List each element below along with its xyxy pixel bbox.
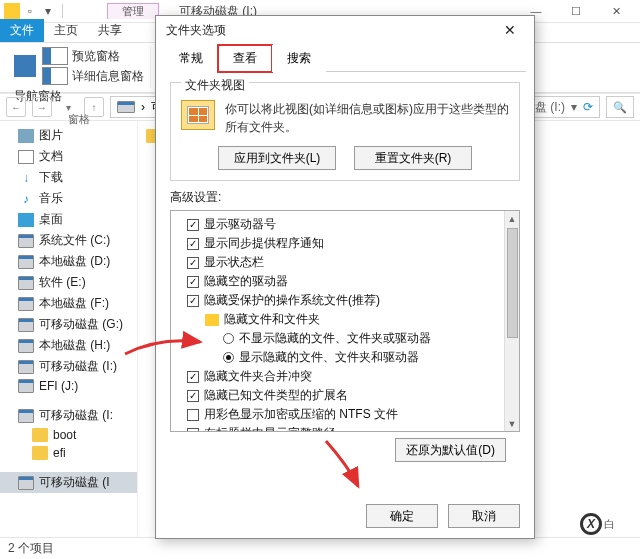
checkbox-icon[interactable] <box>187 409 199 421</box>
dialog-tab-0[interactable]: 常规 <box>164 45 218 72</box>
refresh-button[interactable]: ⟳ <box>583 100 593 114</box>
tree-item-label: 本地磁盘 (H:) <box>39 337 110 354</box>
adv-item[interactable]: ✓隐藏空的驱动器 <box>173 272 517 291</box>
maximize-button[interactable]: ☐ <box>556 0 596 23</box>
reset-folders-button[interactable]: 重置文件夹(R) <box>354 146 472 170</box>
tab-file[interactable]: 文件 <box>0 19 44 42</box>
ic-drive-icon <box>18 276 34 290</box>
tree-item[interactable]: 桌面 <box>0 209 137 230</box>
scroll-down-button[interactable]: ▼ <box>505 416 519 431</box>
tree-item[interactable]: EFI (J:) <box>0 377 137 395</box>
tree-item[interactable]: boot <box>0 426 137 444</box>
adv-item[interactable]: 显示隐藏的文件、文件夹和驱动器 <box>173 348 517 367</box>
ic-img-icon <box>18 129 34 143</box>
adv-item-label: 显示同步提供程序通知 <box>204 235 324 252</box>
tree-item[interactable]: 本地磁盘 (H:) <box>0 335 137 356</box>
search-box[interactable]: 🔍 <box>606 96 634 118</box>
ic-drive-icon <box>18 360 34 374</box>
status-bar: 2 个项目 <box>0 537 640 559</box>
tree-item-label: 可移动磁盘 (I: <box>39 407 113 424</box>
adv-item[interactable]: ✓隐藏已知文件类型的扩展名 <box>173 386 517 405</box>
adv-item[interactable]: ✓显示同步提供程序通知 <box>173 234 517 253</box>
adv-item-label: 显示状态栏 <box>204 254 264 271</box>
tree-item-label: 音乐 <box>39 190 63 207</box>
preview-pane-toggle[interactable]: 预览窗格 <box>42 47 144 65</box>
details-pane-icon <box>42 67 68 85</box>
ic-music-icon: ♪ <box>18 192 34 206</box>
restore-defaults-button[interactable]: 还原为默认值(D) <box>395 438 506 462</box>
tree-item-label: 文档 <box>39 148 63 165</box>
drive-icon <box>117 101 135 113</box>
adv-item[interactable]: ✓显示状态栏 <box>173 253 517 272</box>
nav-tree[interactable]: 图片文档↓下载♪音乐桌面系统文件 (C:)本地磁盘 (D:)软件 (E:)本地磁… <box>0 121 138 537</box>
tab-home[interactable]: 主页 <box>44 19 88 42</box>
folder-options-dialog: 文件夹选项 ✕ 常规查看搜索 文件夹视图 你可以将此视图(如详细信息或图标)应用… <box>155 15 535 539</box>
tree-item[interactable] <box>0 395 137 405</box>
scroll-thumb[interactable] <box>507 228 518 338</box>
adv-item[interactable]: ✓显示驱动器号 <box>173 215 517 234</box>
dialog-tab-2[interactable]: 搜索 <box>272 45 326 72</box>
adv-item-label: 显示驱动器号 <box>204 216 276 233</box>
checkbox-icon[interactable]: ✓ <box>187 219 199 231</box>
apply-to-folders-button[interactable]: 应用到文件夹(L) <box>218 146 336 170</box>
qat-btn[interactable]: ▫ <box>22 3 38 19</box>
dialog-close-button[interactable]: ✕ <box>496 16 524 44</box>
cancel-button[interactable]: 取消 <box>448 504 520 528</box>
adv-item[interactable]: ✓隐藏受保护的操作系统文件(推荐) <box>173 291 517 310</box>
checkbox-icon[interactable]: ✓ <box>187 238 199 250</box>
checkbox-icon[interactable] <box>187 428 199 433</box>
tree-item[interactable]: 可移动磁盘 (I <box>0 472 137 493</box>
tree-item[interactable]: ♪音乐 <box>0 188 137 209</box>
advanced-settings-tree[interactable]: ✓显示驱动器号✓显示同步提供程序通知✓显示状态栏✓隐藏空的驱动器✓隐藏受保护的操… <box>170 210 520 432</box>
item-count: 2 个项目 <box>8 540 54 557</box>
adv-item[interactable]: 隐藏文件和文件夹 <box>173 310 517 329</box>
adv-item-label: 隐藏文件和文件夹 <box>224 311 320 328</box>
close-button[interactable]: ✕ <box>596 0 636 23</box>
checkbox-icon[interactable]: ✓ <box>187 276 199 288</box>
tree-item-label: 桌面 <box>39 211 63 228</box>
scroll-up-button[interactable]: ▲ <box>505 211 519 226</box>
tree-item[interactable]: 软件 (E:) <box>0 272 137 293</box>
back-button[interactable]: ← <box>6 97 26 117</box>
adv-item-label: 隐藏文件夹合并冲突 <box>204 368 312 385</box>
up-button[interactable]: ↑ <box>84 97 104 117</box>
tab-share[interactable]: 共享 <box>88 19 132 42</box>
forward-button[interactable]: → <box>32 97 52 117</box>
tree-item[interactable] <box>0 462 137 472</box>
adv-item[interactable]: 用彩色显示加密或压缩的 NTFS 文件 <box>173 405 517 424</box>
tree-item[interactable]: 本地磁盘 (D:) <box>0 251 137 272</box>
app-icon <box>4 3 20 19</box>
dialog-tab-1[interactable]: 查看 <box>218 45 272 72</box>
tree-item[interactable]: 可移动磁盘 (G:) <box>0 314 137 335</box>
ic-dl-icon: ↓ <box>18 171 34 185</box>
checkbox-icon[interactable]: ✓ <box>187 390 199 402</box>
qat-dropdown[interactable]: ▾ <box>40 3 56 19</box>
details-pane-toggle[interactable]: 详细信息窗格 <box>42 67 144 85</box>
tree-item[interactable]: ↓下载 <box>0 167 137 188</box>
adv-item[interactable]: 不显示隐藏的文件、文件夹或驱动器 <box>173 329 517 348</box>
tree-item[interactable]: 系统文件 (C:) <box>0 230 137 251</box>
tree-item[interactable]: 图片 <box>0 125 137 146</box>
checkbox-icon[interactable]: ✓ <box>187 257 199 269</box>
radio-icon[interactable] <box>223 333 234 344</box>
scrollbar[interactable]: ▲ ▼ <box>504 211 519 431</box>
tree-item-label: 软件 (E:) <box>39 274 86 291</box>
tree-item[interactable]: 文档 <box>0 146 137 167</box>
adv-item-label: 不显示隐藏的文件、文件夹或驱动器 <box>239 330 431 347</box>
tree-item[interactable]: 本地磁盘 (F:) <box>0 293 137 314</box>
tree-item[interactable]: efi <box>0 444 137 462</box>
tree-item[interactable]: 可移动磁盘 (I:) <box>0 356 137 377</box>
contextual-tab-manage[interactable]: 管理 <box>107 3 159 19</box>
ok-button[interactable]: 确定 <box>366 504 438 528</box>
checkbox-icon[interactable]: ✓ <box>187 295 199 307</box>
checkbox-icon[interactable]: ✓ <box>187 371 199 383</box>
tree-item[interactable]: 可移动磁盘 (I: <box>0 405 137 426</box>
adv-item[interactable]: 在标题栏中显示完整路径 <box>173 424 517 432</box>
recent-dropdown[interactable]: ▾ <box>58 97 78 117</box>
radio-icon[interactable] <box>223 352 234 363</box>
group-description: 你可以将此视图(如详细信息或图标)应用于这些类型的所有文件夹。 <box>225 100 509 136</box>
adv-item[interactable]: ✓隐藏文件夹合并冲突 <box>173 367 517 386</box>
ic-drive-icon <box>18 255 34 269</box>
adv-item-label: 用彩色显示加密或压缩的 NTFS 文件 <box>204 406 398 423</box>
ic-desk-icon <box>18 213 34 227</box>
